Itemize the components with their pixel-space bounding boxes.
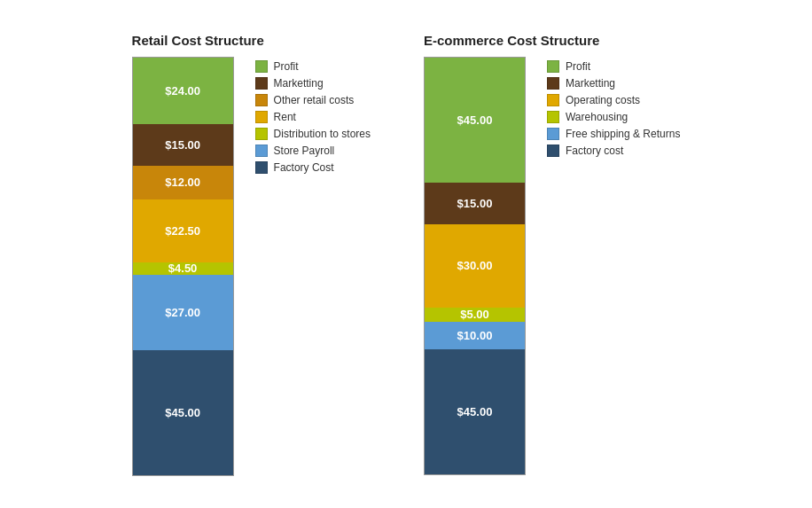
legend-label: Marketting bbox=[566, 77, 615, 90]
retail-chart-title: Retail Cost Structure bbox=[132, 33, 264, 48]
bar-segment: $5.00 bbox=[425, 308, 525, 322]
legend-label: Free shipping & Returns bbox=[566, 128, 680, 140]
legend-swatch bbox=[255, 128, 268, 140]
bar-segment: $15.00 bbox=[133, 124, 233, 166]
bar-segment: $45.00 bbox=[425, 349, 525, 474]
legend-item: Marketting bbox=[255, 77, 371, 90]
legend-item: Rent bbox=[255, 111, 371, 123]
legend-label: Store Payroll bbox=[274, 145, 335, 157]
legend-label: Marketting bbox=[274, 77, 324, 90]
legend-item: Other retail costs bbox=[255, 94, 371, 106]
ecommerce-bar-stack: $45.00$15.00$30.00$5.00$10.00$45.00 bbox=[424, 57, 526, 475]
legend-label: Other retail costs bbox=[274, 94, 355, 106]
legend-item: Profit bbox=[547, 60, 680, 73]
legend-swatch bbox=[255, 145, 268, 157]
bar-segment: $15.00 bbox=[425, 183, 525, 224]
legend-label: Warehousing bbox=[566, 111, 628, 123]
legend-swatch bbox=[547, 94, 559, 106]
legend-swatch bbox=[255, 60, 268, 73]
legend-swatch bbox=[255, 94, 268, 106]
retail-chart-section: Retail Cost Structure $24.00$15.00$12.00… bbox=[132, 33, 371, 476]
legend-item: Factory Cost bbox=[255, 161, 371, 174]
charts-container: Retail Cost Structure $24.00$15.00$12.00… bbox=[0, 15, 812, 494]
bar-segment: $30.00 bbox=[425, 224, 525, 308]
legend-item: Free shipping & Returns bbox=[547, 128, 680, 140]
legend-item: Factory cost bbox=[547, 145, 680, 157]
legend-item: Marketting bbox=[547, 77, 680, 90]
ecommerce-chart-section: E-commerce Cost Structure $45.00$15.00$3… bbox=[424, 33, 680, 475]
bar-segment: $10.00 bbox=[425, 322, 525, 349]
legend-item: Warehousing bbox=[547, 111, 680, 123]
bar-segment: $45.00 bbox=[425, 58, 525, 183]
bar-segment: $45.00 bbox=[133, 350, 233, 475]
bar-segment: $12.00 bbox=[133, 166, 233, 199]
legend-swatch bbox=[255, 77, 268, 90]
legend-swatch bbox=[255, 161, 268, 174]
ecommerce-legend: ProfitMarkettingOperating costsWarehousi… bbox=[547, 57, 680, 157]
legend-label: Profit bbox=[566, 60, 590, 73]
legend-label: Distribution to stores bbox=[274, 128, 371, 140]
bar-segment: $24.00 bbox=[133, 58, 233, 124]
ecommerce-chart-title: E-commerce Cost Structure bbox=[424, 33, 599, 48]
legend-label: Profit bbox=[274, 60, 299, 73]
retail-chart-and-legend: $24.00$15.00$12.00$22.50$4.50$27.00$45.0… bbox=[132, 57, 371, 476]
legend-label: Operating costs bbox=[566, 94, 640, 106]
legend-label: Rent bbox=[274, 111, 296, 123]
retail-legend: ProfitMarkettingOther retail costsRentDi… bbox=[255, 57, 371, 174]
legend-item: Store Payroll bbox=[255, 145, 371, 157]
bar-segment: $27.00 bbox=[133, 275, 233, 350]
legend-label: Factory cost bbox=[566, 145, 623, 157]
legend-item: Operating costs bbox=[547, 94, 680, 106]
legend-swatch bbox=[547, 60, 559, 73]
legend-item: Distribution to stores bbox=[255, 128, 371, 140]
legend-swatch bbox=[547, 111, 559, 123]
legend-swatch bbox=[255, 111, 268, 123]
legend-item: Profit bbox=[255, 60, 371, 73]
retail-bar-stack: $24.00$15.00$12.00$22.50$4.50$27.00$45.0… bbox=[132, 57, 234, 476]
legend-swatch bbox=[547, 145, 559, 157]
legend-swatch bbox=[547, 128, 559, 140]
ecommerce-chart-and-legend: $45.00$15.00$30.00$5.00$10.00$45.00 Prof… bbox=[424, 57, 680, 475]
legend-swatch bbox=[547, 77, 559, 90]
legend-label: Factory Cost bbox=[274, 161, 334, 174]
bar-segment: $22.50 bbox=[133, 199, 233, 262]
bar-segment: $4.50 bbox=[133, 262, 233, 275]
